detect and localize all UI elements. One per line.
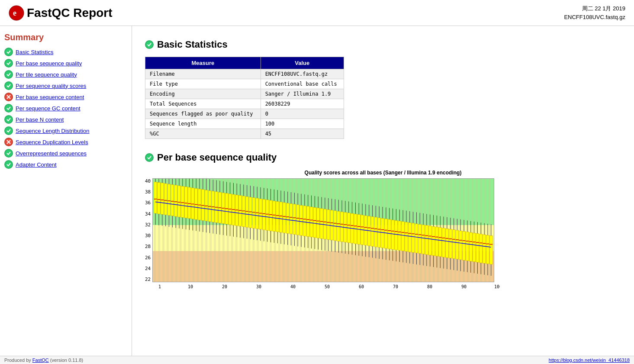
svg-rect-276 xyxy=(456,230,459,259)
svg-rect-21 xyxy=(167,184,171,215)
quality-chart-svg xyxy=(153,179,494,282)
stats-measure-6: %GC xyxy=(145,129,261,139)
sidebar-item-sequence-length-distribution[interactable]: Sequence Length Distribution xyxy=(4,126,127,135)
svg-rect-261 xyxy=(439,228,442,257)
svg-rect-165 xyxy=(330,210,333,240)
svg-rect-126 xyxy=(286,203,290,233)
basic-statistics-title: Basic Statistics xyxy=(157,39,228,50)
svg-rect-30 xyxy=(178,186,181,217)
page-footer: Produced by FastQC (version 0.11.8) http… xyxy=(0,356,634,364)
sidebar-item-basic-statistics[interactable]: Basic Statistics xyxy=(4,48,127,56)
svg-rect-264 xyxy=(442,228,445,257)
svg-rect-114 xyxy=(273,201,276,231)
svg-rect-285 xyxy=(466,232,469,261)
sidebar-link-per-sequence-quality-scores[interactable]: Per sequence quality scores xyxy=(16,83,86,89)
sidebar-link-per-tile-sequence-quality[interactable]: Per tile sequence quality xyxy=(16,71,77,78)
header-info: 周二 22 1月 2019 ENCFF108UVC.fastq.gz xyxy=(564,4,625,21)
sidebar-icon-per-base-n-content xyxy=(4,115,13,124)
svg-text:e: e xyxy=(13,9,16,17)
sidebar-link-per-base-sequence-quality[interactable]: Per base sequence quality xyxy=(16,60,82,67)
svg-rect-255 xyxy=(432,226,435,255)
sidebar-link-per-base-sequence-content[interactable]: Per base sequence content xyxy=(16,94,84,100)
svg-rect-9 xyxy=(154,182,157,213)
svg-rect-87 xyxy=(242,196,245,227)
y-label-34: 34 xyxy=(145,211,151,217)
svg-text:40: 40 xyxy=(290,284,296,289)
stats-row-3: Total Sequences26038229 xyxy=(145,99,344,109)
footer-url-link[interactable]: https://blog.csdn.net/weixin_41446318 xyxy=(549,358,630,363)
svg-rect-15 xyxy=(161,183,164,215)
fastqc-link[interactable]: FastQC xyxy=(32,358,49,363)
sidebar-icon-adapter-content xyxy=(4,160,13,169)
stats-value-2: Sanger / Illumina 1.9 xyxy=(261,89,344,99)
svg-rect-102 xyxy=(259,199,262,229)
sidebar-item-per-base-sequence-content[interactable]: Per base sequence content xyxy=(4,93,127,101)
svg-rect-153 xyxy=(317,208,320,238)
svg-rect-45 xyxy=(195,188,198,219)
sidebar-link-sequence-duplication-levels[interactable]: Sequence Duplication Levels xyxy=(16,139,88,145)
app-title: FastQC Report xyxy=(27,6,113,20)
stats-measure-5: Sequence length xyxy=(145,119,261,129)
y-label-40: 40 xyxy=(145,178,151,184)
basic-statistics-status-icon xyxy=(145,40,154,49)
svg-text:90: 90 xyxy=(461,284,467,289)
sidebar-icon-sequence-duplication-levels xyxy=(4,138,13,146)
fastqc-logo: e xyxy=(9,5,24,21)
stats-value-6: 45 xyxy=(261,129,344,139)
y-axis: 40 38 36 34 32 30 28 26 24 22 xyxy=(145,178,152,282)
stats-value-0: ENCFF108UVC.fastq.gz xyxy=(261,69,344,79)
stats-measure-1: File type xyxy=(145,79,261,89)
sidebar-item-adapter-content[interactable]: Adapter Content xyxy=(4,160,127,169)
stats-table-body: FilenameENCFF108UVC.fastq.gzFile typeCon… xyxy=(145,69,344,139)
sidebar-icon-per-tile-sequence-quality xyxy=(4,70,13,79)
stats-measure-0: Filename xyxy=(145,69,261,79)
stats-measure-4: Sequences flagged as poor quality xyxy=(145,109,261,119)
svg-text:60: 60 xyxy=(359,284,364,289)
svg-rect-12 xyxy=(158,182,161,214)
sidebar-icon-basic-statistics xyxy=(4,48,13,56)
svg-rect-258 xyxy=(435,227,438,256)
svg-rect-240 xyxy=(415,224,418,253)
svg-rect-297 xyxy=(480,234,483,263)
sidebar-item-per-sequence-quality-scores[interactable]: Per sequence quality scores xyxy=(4,81,127,90)
svg-rect-279 xyxy=(459,231,462,260)
stats-measure-2: Encoding xyxy=(145,89,261,99)
main-content: Basic Statistics Measure Value FilenameE… xyxy=(132,26,634,360)
svg-rect-7 xyxy=(154,179,493,282)
x-axis: 1102030405060708090100 xyxy=(158,283,621,292)
sidebar-item-per-sequence-gc-content[interactable]: Per sequence GC content xyxy=(4,104,127,113)
svg-rect-105 xyxy=(263,199,266,230)
quality-chart-container: Quality scores across all bases (Sanger … xyxy=(145,170,621,292)
sidebar-link-per-base-n-content[interactable]: Per base N content xyxy=(16,116,64,123)
svg-rect-270 xyxy=(449,229,452,258)
y-label-22: 22 xyxy=(145,277,151,282)
chart-wrapper: 40 38 36 34 32 30 28 26 24 22 xyxy=(145,178,621,282)
sidebar-link-overrepresented-sequences[interactable]: Overrepresented sequences xyxy=(16,150,87,157)
svg-rect-210 xyxy=(381,218,384,248)
sidebar-item-per-base-n-content[interactable]: Per base N content xyxy=(4,115,127,124)
svg-rect-219 xyxy=(391,220,394,249)
sidebar-link-basic-statistics[interactable]: Basic Statistics xyxy=(16,49,53,55)
svg-rect-222 xyxy=(395,220,398,250)
y-label-26: 26 xyxy=(145,255,151,261)
stats-row-1: File typeConventional base calls xyxy=(145,79,344,89)
sidebar-item-sequence-duplication-levels[interactable]: Sequence Duplication Levels xyxy=(4,138,127,146)
header-datetime: 周二 22 1月 2019 xyxy=(564,4,625,13)
svg-rect-117 xyxy=(276,201,279,232)
svg-rect-111 xyxy=(269,200,272,231)
sidebar-item-per-tile-sequence-quality[interactable]: Per tile sequence quality xyxy=(4,70,127,79)
svg-rect-291 xyxy=(473,233,476,261)
y-label-36: 36 xyxy=(145,200,151,206)
y-label-38: 38 xyxy=(145,189,151,195)
sidebar-link-per-sequence-gc-content[interactable]: Per sequence GC content xyxy=(16,105,80,112)
sidebar-link-sequence-length-distribution[interactable]: Sequence Length Distribution xyxy=(16,128,90,134)
main-layout: Summary Basic StatisticsPer base sequenc… xyxy=(0,26,634,360)
y-label-24: 24 xyxy=(145,266,151,271)
sidebar-item-per-base-sequence-quality[interactable]: Per base sequence quality xyxy=(4,59,127,68)
svg-text:80: 80 xyxy=(427,284,432,289)
svg-rect-141 xyxy=(303,206,306,236)
svg-rect-246 xyxy=(422,225,425,254)
svg-rect-36 xyxy=(185,187,188,218)
sidebar-item-overrepresented-sequences[interactable]: Overrepresented sequences xyxy=(4,149,127,158)
sidebar-link-adapter-content[interactable]: Adapter Content xyxy=(16,161,57,168)
